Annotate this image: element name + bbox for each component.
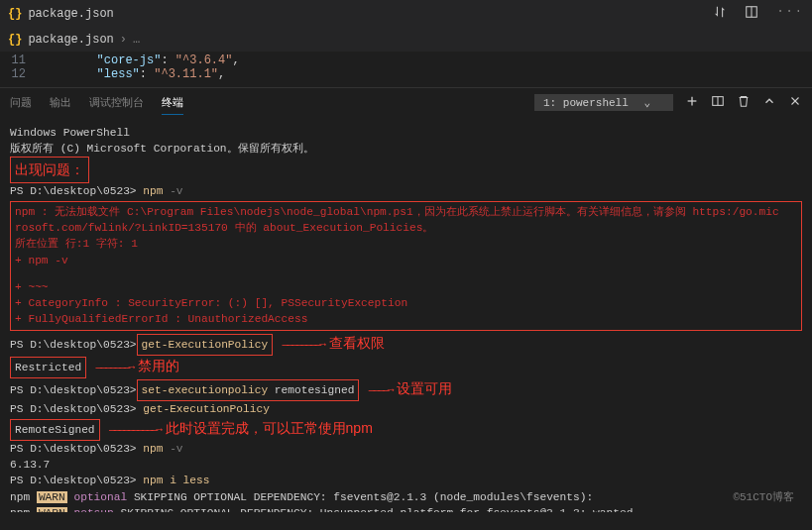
title-bar: {} package.json ··· bbox=[0, 0, 812, 28]
breadcrumb-file[interactable]: package.json bbox=[28, 33, 113, 47]
titlebar-left: {} package.json bbox=[8, 7, 114, 21]
warn-badge: WARN bbox=[37, 491, 67, 503]
warn-badge: WARN bbox=[37, 507, 67, 512]
split-terminal-icon[interactable] bbox=[711, 94, 725, 112]
annotation-set-enabled: 设置可用 bbox=[397, 378, 452, 398]
terminal-selected-label: 1: powershell bbox=[543, 97, 629, 109]
terminal-line: PS D:\desktop\0523> npm i less bbox=[10, 473, 802, 488]
error-line: + CategoryInfo : SecurityError: (:) [], … bbox=[15, 295, 797, 311]
terminal-line: PS D:\desktop\0523> get-ExecutionPolicy bbox=[10, 401, 802, 417]
chevron-down-icon: ⌄ bbox=[643, 96, 650, 109]
terminal-line: RemoteSigned ——————————→ 此时设置完成，可以正常使用np… bbox=[10, 418, 802, 441]
terminal-line: Windows PowerShell bbox=[10, 125, 802, 141]
output-restricted: Restricted bbox=[10, 357, 86, 378]
tab-terminal[interactable]: 终端 bbox=[162, 91, 183, 115]
terminal-line: PS D:\desktop\0523> get-ExecutionPolicy … bbox=[10, 333, 802, 356]
terminal-selector[interactable]: 1: powershell ⌄ bbox=[534, 94, 673, 111]
terminal-line: PS D:\desktop\0523> set-executionpolicy … bbox=[10, 378, 802, 401]
breadcrumb-bar: {} package.json › … bbox=[0, 28, 812, 52]
compare-changes-icon[interactable] bbox=[713, 5, 727, 23]
terminal-line: Restricted ———————→ 禁用的 bbox=[10, 356, 802, 378]
arrow-icon: ————————→ bbox=[273, 337, 329, 353]
file-title: package.json bbox=[28, 7, 113, 21]
annotation-view-permission: 查看权限 bbox=[329, 333, 385, 353]
terminal-line: PS D:\desktop\0523> npm -v bbox=[10, 183, 802, 199]
arrow-icon: ————→ bbox=[359, 382, 397, 398]
error-line: 所在位置 行:1 字符: 1 bbox=[15, 236, 797, 252]
arrow-icon: ———————→ bbox=[86, 360, 138, 375]
json-file-icon: {} bbox=[8, 33, 22, 47]
kill-terminal-icon[interactable] bbox=[737, 94, 751, 112]
tab-output[interactable]: 输出 bbox=[50, 91, 71, 115]
terminal-output[interactable]: Windows PowerShell 版权所有 (C) Microsoft Co… bbox=[0, 117, 812, 512]
split-editor-icon[interactable] bbox=[745, 5, 758, 23]
code-line: 11 "core-js": "^3.6.4", bbox=[0, 53, 812, 67]
terminal-line: 版权所有 (C) Microsoft Corporation。保留所有权利。 bbox=[10, 141, 802, 157]
breadcrumb-sep: › bbox=[120, 33, 127, 47]
terminal-line: 6.13.7 bbox=[10, 457, 802, 473]
line-number: 12 bbox=[0, 67, 40, 81]
terminal-line: npm WARN optional SKIPPING OPTIONAL DEPE… bbox=[10, 489, 802, 505]
terminal-line: PS D:\desktop\0523> npm -v bbox=[10, 441, 802, 457]
line-number: 11 bbox=[0, 53, 40, 67]
new-terminal-icon[interactable] bbox=[685, 94, 699, 112]
breadcrumb-trail[interactable]: … bbox=[133, 33, 140, 47]
error-line: npm : 无法加载文件 C:\Program Files\nodejs\nod… bbox=[15, 204, 797, 220]
error-line: + ~~~ bbox=[15, 279, 797, 295]
annotation-problem: 出现问题： bbox=[10, 157, 89, 182]
close-panel-icon[interactable] bbox=[788, 94, 802, 112]
titlebar-actions: ··· bbox=[713, 5, 804, 23]
code-line: 12 "less": "^3.11.1", bbox=[0, 67, 812, 81]
error-line: rosoft.com/fwlink/?LinkID=135170 中的 abou… bbox=[15, 220, 797, 236]
annotation-done: 此时设置完成，可以正常使用npm bbox=[166, 418, 373, 438]
annotation-disabled: 禁用的 bbox=[138, 356, 179, 375]
more-actions-icon[interactable]: ··· bbox=[776, 5, 804, 23]
maximize-panel-icon[interactable] bbox=[762, 94, 776, 112]
code-editor[interactable]: 11 "core-js": "^3.6.4", 12 "less": "^3.1… bbox=[0, 52, 812, 87]
error-line: + FullyQualifiedErrorId : UnauthorizedAc… bbox=[15, 311, 797, 327]
panel-tab-bar: 问题 输出 调试控制台 终端 1: powershell ⌄ bbox=[0, 87, 812, 117]
terminal-line: npm WARN notsup SKIPPING OPTIONAL DEPEND… bbox=[10, 505, 802, 512]
json-file-icon: {} bbox=[8, 7, 22, 21]
error-block: npm : 无法加载文件 C:\Program Files\nodejs\nod… bbox=[10, 201, 802, 331]
watermark: ©51CTO博客 bbox=[733, 490, 794, 506]
tab-problems[interactable]: 问题 bbox=[10, 91, 32, 115]
arrow-icon: ——————————→ bbox=[100, 422, 166, 438]
error-line: + npm -v bbox=[15, 253, 797, 268]
tab-debug-console[interactable]: 调试控制台 bbox=[89, 91, 144, 115]
output-remotesigned: RemoteSigned bbox=[10, 419, 100, 441]
